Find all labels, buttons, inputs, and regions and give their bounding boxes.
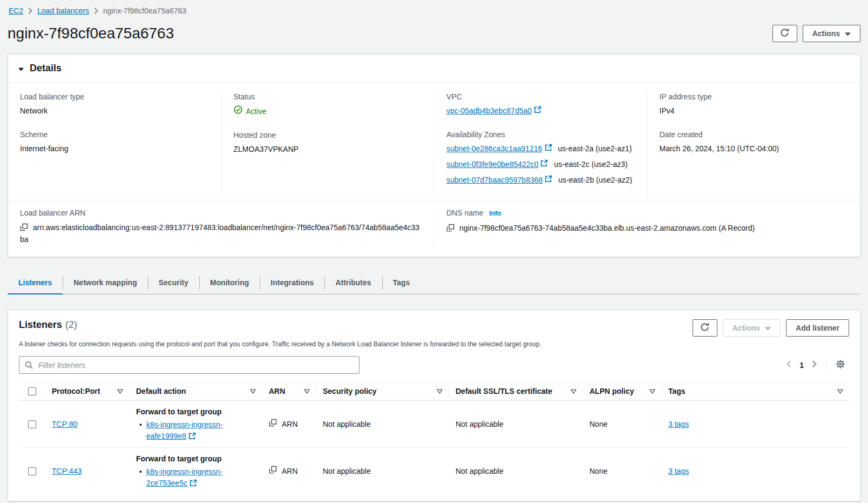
external-link-icon <box>540 159 548 170</box>
filter-triangle-icon[interactable] <box>117 387 123 395</box>
subnet-link[interactable]: subnet-0f3fe9e0be85422c0 <box>446 159 548 170</box>
subnet-link-text: subnet-0e286ca3c1aa91216 <box>446 143 542 154</box>
tab-label: Listeners <box>18 278 52 287</box>
filter-triangle-icon[interactable] <box>437 387 443 395</box>
select-all-checkbox[interactable] <box>28 387 36 395</box>
copy-icon[interactable] <box>269 419 277 430</box>
subnet-link[interactable]: subnet-07d7baac9597b8368 <box>446 175 552 185</box>
listeners-actions-button[interactable]: Actions <box>723 319 781 337</box>
caret-down-icon <box>765 324 771 332</box>
listeners-refresh-button[interactable] <box>693 319 717 337</box>
column-header-arn[interactable]: ARN <box>262 383 316 400</box>
status-label: Status <box>234 92 424 102</box>
subnet-link[interactable]: subnet-0e286ca3c1aa91216 <box>446 143 552 154</box>
table-row: TCP:443 Forward to target group • k8s-in… <box>19 447 849 494</box>
row-checkbox[interactable] <box>28 420 36 428</box>
vpc-link[interactable]: vpc-05adb4b3ebc87d5a0 <box>446 105 541 116</box>
page-title: nginx-7f98cf0ea75a6763 <box>8 25 174 42</box>
details-title: Details <box>30 63 62 74</box>
filter-listeners-input[interactable] <box>19 356 360 374</box>
tab-listeners[interactable]: Listeners <box>8 272 63 294</box>
refresh-button[interactable] <box>772 25 797 42</box>
default-action-heading: Forward to target group <box>136 453 256 465</box>
security-policy-cell: Not applicable <box>316 460 449 482</box>
filter-triangle-icon[interactable] <box>837 387 843 395</box>
vpc-label: VPC <box>446 92 636 102</box>
scheme-label: Scheme <box>20 130 211 139</box>
alpn-policy-cell: None <box>582 413 661 435</box>
column-header-ssl-certificate[interactable]: Default SSL/TLS certificate <box>449 383 582 400</box>
page-number[interactable]: 1 <box>795 361 808 370</box>
column-header-alpn-policy[interactable]: ALPN policy <box>582 383 661 400</box>
filter-triangle-icon[interactable] <box>649 387 655 395</box>
collapse-triangle-icon[interactable] <box>18 64 24 73</box>
filter-triangle-icon[interactable] <box>250 387 256 395</box>
column-header-tags[interactable]: Tags <box>661 383 849 400</box>
details-column-1: Load balancer type Network Scheme Intern… <box>8 92 221 199</box>
tab-security[interactable]: Security <box>148 272 199 294</box>
listeners-header: Listeners (2) Actions Add listener <box>19 319 849 337</box>
pagination: 1 <box>783 357 849 373</box>
details-header[interactable]: Details <box>8 55 860 83</box>
tab-network-mapping[interactable]: Network mapping <box>63 272 147 294</box>
default-action-heading: Forward to target group <box>136 406 256 418</box>
filter-triangle-icon[interactable] <box>571 387 577 395</box>
info-link[interactable]: Info <box>489 210 501 217</box>
ssl-certificate-cell: Not applicable <box>449 413 582 435</box>
tab-monitoring[interactable]: Monitoring <box>199 272 260 294</box>
column-header-protocol-port[interactable]: Protocol:Port <box>45 383 129 400</box>
listeners-panel: Listeners (2) Actions Add listener <box>8 310 860 501</box>
listener-link[interactable]: TCP:443 <box>52 467 82 475</box>
previous-page-button[interactable] <box>783 358 795 372</box>
az-zone-text: us-east-2a (use2-az1) <box>558 143 632 154</box>
dns-value: nginx-7f98cf0ea75a6763-74ab58aa5e4c33ba.… <box>459 224 755 232</box>
ip-type-label: IP address type <box>660 92 850 102</box>
tags-link[interactable]: 3 tags <box>668 420 689 428</box>
page: EC2 Load balancers nginx-7f98cf0ea75a676… <box>0 0 868 501</box>
tags-link[interactable]: 3 tags <box>668 467 689 475</box>
tab-label: Network mapping <box>73 278 137 287</box>
row-select-cell <box>19 467 45 475</box>
add-listener-label: Add listener <box>796 324 839 332</box>
column-header-default-action[interactable]: Default action <box>129 383 262 400</box>
copy-icon[interactable] <box>20 223 33 232</box>
lb-type-value: Network <box>20 105 211 116</box>
actions-button[interactable]: Actions <box>803 25 860 42</box>
tab-label: Monitoring <box>210 278 249 287</box>
check-circle-icon <box>234 105 242 117</box>
tab-integrations[interactable]: Integrations <box>260 272 324 294</box>
row-checkbox[interactable] <box>28 467 36 475</box>
tab-label: Attributes <box>335 278 371 287</box>
lb-type-label: Load balancer type <box>20 92 211 102</box>
refresh-icon <box>700 322 710 334</box>
alpn-policy-cell: None <box>582 460 661 482</box>
table-row: TCP:80 Forward to target group • k8s-ing… <box>19 400 849 447</box>
arn-cell-label: ARN <box>282 466 298 477</box>
column-label: ARN <box>269 387 285 395</box>
hosted-zone-value: ZLMOA37VPKANP <box>234 144 424 155</box>
breadcrumb-link-load-balancers[interactable]: Load balancers <box>37 6 89 15</box>
column-header-security-policy[interactable]: Security policy <box>316 383 449 400</box>
external-link-icon <box>186 432 196 440</box>
tab-tags[interactable]: Tags <box>382 272 421 294</box>
add-listener-button[interactable]: Add listener <box>786 319 849 337</box>
tab-attributes[interactable]: Attributes <box>324 272 382 294</box>
column-label: Protocol:Port <box>52 387 100 395</box>
az-label: Availability Zones <box>446 130 636 139</box>
copy-icon[interactable] <box>446 224 459 232</box>
next-page-button[interactable] <box>808 358 820 372</box>
target-group-link[interactable]: k8s-ingressn-ingressn-2ce753ee5c <box>146 467 223 487</box>
status-text: Active <box>246 106 267 117</box>
preferences-button[interactable] <box>832 357 849 373</box>
copy-icon[interactable] <box>269 466 277 477</box>
select-all-cell <box>19 387 45 395</box>
listener-link[interactable]: TCP:80 <box>52 420 77 428</box>
target-group-link[interactable]: k8s-ingressn-ingressn-eafe1999e8 <box>146 420 223 440</box>
subnet-link-text: subnet-07d7baac9597b8368 <box>446 175 542 185</box>
breadcrumb-link-ec2[interactable]: EC2 <box>9 6 23 15</box>
az-zone-text: us-east-2b (use2-az2) <box>558 175 632 185</box>
toolbar-divider <box>826 358 826 372</box>
filter-triangle-icon[interactable] <box>304 387 310 395</box>
bullet: • <box>139 466 142 478</box>
actions-button-label: Actions <box>812 29 840 38</box>
